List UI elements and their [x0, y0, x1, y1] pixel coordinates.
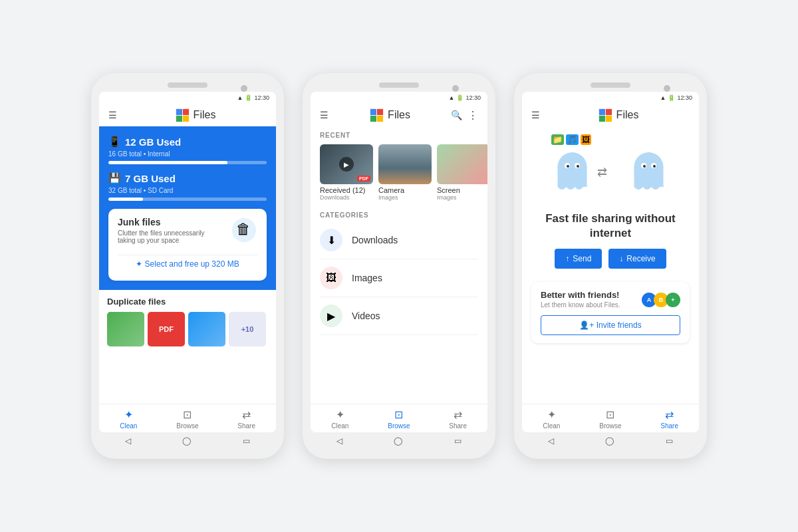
status-bar-1: ▲ 🔋 12:30	[99, 92, 276, 104]
send-button[interactable]: ↑ Send	[555, 249, 602, 269]
clean-label-2: Clean	[331, 422, 348, 430]
app-title-1: Files	[124, 108, 267, 122]
invite-friends-btn[interactable]: 👤+ Invite friends	[541, 315, 680, 335]
videos-label: Videos	[352, 311, 380, 321]
recent-section-label: RECENT	[311, 126, 487, 142]
search-icon-2[interactable]: 🔍	[451, 110, 462, 120]
recent-card-2[interactable]: Camera Images	[378, 144, 432, 201]
nav-clean-2[interactable]: ✦ Clean	[323, 408, 356, 430]
status-bar-2: ▲ 🔋 12:30	[311, 92, 487, 104]
nav-clean-1[interactable]: ✦ Clean	[112, 408, 145, 430]
cat-images[interactable]: 🖼 Images	[320, 259, 478, 297]
sd-storage-row: 💾 7 GB Used 32 GB total • SD Card	[108, 172, 267, 201]
sd-storage-label: 💾 7 GB Used	[108, 172, 267, 184]
svg-rect-8	[370, 116, 376, 122]
browse-label-2: Browse	[388, 422, 410, 430]
cat-videos[interactable]: ▶ Videos	[320, 297, 478, 335]
phone-2: ▲ 🔋 12:30 ☰ Files 🔍	[303, 73, 495, 459]
screen-3: ▲ 🔋 12:30 ☰ Files	[522, 92, 699, 432]
bottom-nav-2: ✦ Clean ⊡ Browse ⇄ Share	[311, 404, 487, 432]
nav-share-2[interactable]: ⇄ Share	[442, 408, 475, 430]
receive-button[interactable]: ↓ Receive	[608, 249, 666, 269]
internal-progress-fill	[108, 161, 227, 164]
downloads-icon: ⬇	[320, 229, 342, 251]
back-btn-3[interactable]: ◁	[548, 436, 554, 446]
cat-downloads[interactable]: ⬇ Downloads	[320, 221, 478, 259]
svg-rect-9	[377, 116, 383, 122]
recent-btn-1[interactable]: ▭	[243, 436, 250, 446]
svg-rect-2	[176, 116, 182, 122]
more-icon-2[interactable]: ⋮	[467, 109, 478, 122]
hardware-nav-3: ◁ ◯ ▭	[522, 432, 699, 450]
share-main: ⇄ 📁 🎵	[522, 126, 699, 404]
browse-label-1: Browse	[176, 422, 198, 430]
duplicate-images: PDF +10	[107, 312, 268, 346]
clean-label-3: Clean	[543, 422, 560, 430]
status-icons-2: ▲ 🔋 12:30	[449, 94, 481, 101]
junk-title: Junk files	[118, 217, 224, 227]
select-free-btn[interactable]: ✦ Select and free up 320 MB	[118, 255, 257, 273]
recent-card-1[interactable]: ▶ PDF Received (12) Downloads	[320, 144, 373, 201]
receive-icon: ↓	[619, 254, 623, 263]
camera-3	[664, 85, 670, 92]
friends-card: Better with friends! Let them know about…	[531, 282, 690, 343]
nav-share-1[interactable]: ⇄ Share	[230, 408, 263, 430]
hardware-nav-1: ◁ ◯ ▭	[99, 432, 276, 450]
recent-card-3[interactable]: Screen Images	[437, 144, 487, 201]
svg-point-25	[653, 165, 656, 168]
app-bar-2: ☰ Files 🔍 ⋮	[311, 104, 487, 126]
status-bar-3: ▲ 🔋 12:30	[522, 92, 699, 104]
home-btn-1[interactable]: ◯	[182, 436, 191, 446]
back-btn-2[interactable]: ◁	[336, 436, 342, 446]
phone-3: ▲ 🔋 12:30 ☰ Files	[514, 73, 707, 459]
svg-rect-6	[370, 109, 376, 115]
battery-icon-3: 🔋	[668, 94, 675, 101]
sd-progress-fill	[108, 198, 143, 201]
recent-name-3: Screen	[437, 186, 487, 194]
screen-1: ▲ 🔋 12:30 ☰ Files	[99, 92, 276, 432]
browse-icon-3: ⊡	[606, 408, 614, 421]
share-icon-1: ⇄	[242, 408, 251, 421]
menu-icon-1[interactable]: ☰	[108, 110, 117, 120]
recent-sub-3: Images	[437, 194, 487, 201]
app-bar-3: ☰ Files	[522, 104, 699, 126]
sharing-title: Fast file sharing without internet	[531, 211, 690, 241]
recent-name-2: Camera	[378, 186, 432, 194]
junk-illustration: 🗑	[231, 217, 257, 248]
hardware-nav-2: ◁ ◯ ▭	[311, 432, 487, 450]
menu-icon-3[interactable]: ☰	[531, 110, 540, 120]
categories-section-label: CATEGORIES	[311, 206, 487, 221]
dup-thumb-plus: +10	[229, 312, 266, 346]
screen-2: ▲ 🔋 12:30 ☰ Files 🔍	[311, 92, 487, 432]
phone-icon: 📱	[108, 136, 121, 148]
camera-1	[241, 85, 247, 92]
app-name-3: Files	[616, 109, 639, 121]
home-btn-3[interactable]: ◯	[605, 436, 614, 446]
svg-point-24	[643, 165, 646, 168]
play-icon-1: ▶	[339, 157, 354, 172]
recent-thumb-1: ▶ PDF	[320, 144, 373, 184]
recent-thumb-3	[437, 144, 487, 184]
signal-icon-3: ▲	[660, 94, 666, 101]
floating-icons: 📁 🎵 🖼	[551, 134, 598, 145]
app-title-2: Files	[335, 108, 444, 122]
svg-rect-13	[606, 116, 612, 122]
recent-btn-2[interactable]: ▭	[454, 436, 462, 446]
nav-browse-1[interactable]: ⊡ Browse	[171, 408, 204, 430]
recent-btn-3[interactable]: ▭	[666, 436, 673, 446]
menu-icon-2[interactable]: ☰	[320, 110, 329, 120]
nav-share-3[interactable]: ⇄ Share	[653, 408, 686, 430]
avatar-group: A B +	[642, 293, 680, 307]
app-bar-1: ☰ Files	[99, 104, 276, 126]
nav-clean-3[interactable]: ✦ Clean	[535, 408, 568, 430]
sd-icon: 💾	[108, 172, 121, 184]
back-btn-1[interactable]: ◁	[125, 436, 131, 446]
sd-storage-sub: 32 GB total • SD Card	[108, 187, 267, 194]
home-btn-2[interactable]: ◯	[394, 436, 402, 446]
nav-browse-3[interactable]: ⊡ Browse	[594, 408, 627, 430]
share-label-1: Share	[237, 422, 255, 430]
time-display-3: 12:30	[677, 94, 692, 101]
friends-title: Better with friends!	[541, 290, 620, 300]
speaker-1	[168, 82, 207, 88]
nav-browse-2[interactable]: ⊡ Browse	[382, 408, 416, 430]
